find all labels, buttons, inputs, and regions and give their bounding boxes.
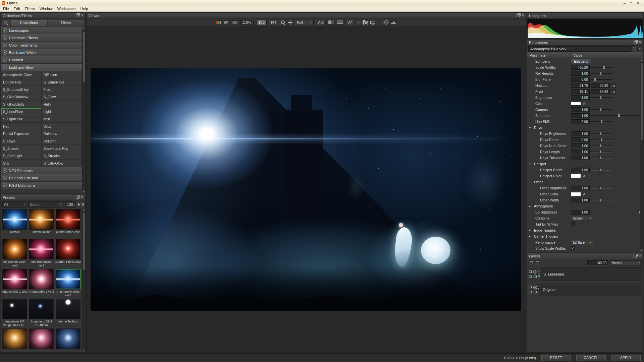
filter-item-light[interactable]: Light bbox=[42, 108, 82, 115]
snapshot-camera-icon[interactable] bbox=[363, 21, 368, 24]
preview-image[interactable] bbox=[91, 68, 521, 311]
chevron-down-icon[interactable]: ▾ bbox=[529, 126, 532, 129]
parameters-scrollbar[interactable]: ▴ ▾ bbox=[640, 58, 643, 252]
category-rgb-distortions[interactable]: ▸RGB Distortions bbox=[1, 182, 82, 189]
presets-scrollbar[interactable]: ▴ ▾ bbox=[82, 208, 85, 352]
eyedropper-icon[interactable]: ✎ bbox=[582, 192, 586, 195]
param-value-field[interactable]: 403.20 bbox=[571, 65, 590, 70]
param-y-field[interactable]: 52.62 bbox=[591, 89, 610, 94]
param-slider[interactable] bbox=[591, 95, 612, 100]
float-panel-icon[interactable] bbox=[634, 41, 637, 44]
filter-item-s-embossshiny[interactable]: S_EmbossShiny bbox=[1, 86, 42, 93]
preset-filter-dropdown[interactable]: All▾ bbox=[2, 201, 27, 207]
close-panel-icon[interactable]: ✕ bbox=[522, 14, 524, 17]
zoom-100-button[interactable]: 100 bbox=[256, 20, 266, 25]
param-slider[interactable] bbox=[591, 119, 612, 124]
param-slider[interactable] bbox=[591, 186, 612, 190]
filter-item-smoke-and-fog[interactable]: Smoke and Fog bbox=[42, 145, 82, 152]
menu-filters[interactable]: Filters bbox=[23, 6, 37, 11]
filter-item-relight[interactable]: ReLight bbox=[42, 137, 82, 145]
filter-search-button[interactable] bbox=[2, 20, 10, 26]
filter-item-s-lightleak[interactable]: S_LightLeak bbox=[1, 115, 42, 123]
layer-visibility-button[interactable] bbox=[533, 269, 537, 274]
chevron-right-icon[interactable]: ▸ bbox=[529, 205, 532, 208]
presets-menu-icon[interactable]: ≡ bbox=[82, 202, 84, 207]
param-checkbox[interactable]: ✓ bbox=[571, 246, 575, 250]
filter-item-double-fog[interactable]: Double Fog bbox=[1, 78, 42, 86]
chevron-right-icon[interactable]: ▸ bbox=[529, 229, 532, 232]
preset-item-35mm-prime-ver2[interactable]: 35mm Prime ver2 bbox=[55, 209, 81, 239]
position-picker-button[interactable] bbox=[611, 83, 616, 88]
close-button[interactable]: ✕ bbox=[637, 1, 640, 5]
param-dropdown[interactable]: full flare▾ bbox=[571, 240, 593, 245]
param-value-field[interactable]: 1.00 bbox=[571, 107, 590, 112]
favorites-star-icon[interactable]: ★ bbox=[77, 202, 80, 207]
param-slider[interactable] bbox=[591, 149, 612, 154]
scroll-down-icon[interactable]: ▾ bbox=[640, 249, 643, 252]
filter-item-atmospheric-glow[interactable]: Atmospheric Glow bbox=[1, 71, 42, 78]
preset-stepper-icon[interactable] bbox=[637, 47, 642, 51]
slider-handle[interactable] bbox=[599, 108, 602, 111]
param-checkbox[interactable] bbox=[571, 222, 575, 226]
rotate-view-icon[interactable]: ↻ bbox=[357, 20, 360, 25]
param-slider[interactable] bbox=[591, 65, 612, 70]
param-value-field[interactable]: 1.00 bbox=[571, 149, 590, 154]
apply-button[interactable]: APPLY bbox=[611, 355, 641, 361]
close-panel-icon[interactable]: ✕ bbox=[639, 41, 641, 44]
slider-handle[interactable] bbox=[599, 156, 602, 160]
scroll-down-icon[interactable]: ▾ bbox=[83, 349, 85, 352]
compare-ab-button[interactable]: A B bbox=[316, 20, 326, 25]
split-vertical-button[interactable] bbox=[337, 20, 343, 24]
param-section-other[interactable]: ▾Other bbox=[527, 179, 640, 185]
slider-handle[interactable] bbox=[599, 72, 602, 75]
filter-item-rainbow[interactable]: Rainbow bbox=[42, 130, 82, 137]
eyedropper-icon[interactable]: ✎ bbox=[582, 174, 586, 177]
slider-handle[interactable] bbox=[599, 144, 602, 147]
float-panel-icon[interactable] bbox=[634, 255, 637, 257]
blend-mode-dropdown[interactable]: Normal▾ bbox=[609, 260, 642, 265]
scroll-down-icon[interactable]: ▾ bbox=[83, 190, 85, 193]
category-light-and-glow[interactable]: ▾Light and Glow bbox=[1, 64, 82, 71]
filter-item-s-spotlight[interactable]: S_SpotLight bbox=[1, 152, 42, 160]
scroll-up-icon[interactable]: ▴ bbox=[83, 27, 85, 30]
chevron-down-icon[interactable]: ▾ bbox=[538, 272, 540, 275]
param-slider[interactable] bbox=[591, 107, 612, 112]
category-vfx-elements[interactable]: ▸VFX Elements bbox=[1, 167, 82, 174]
menu-file[interactable]: File bbox=[1, 6, 11, 11]
position-picker-button[interactable] bbox=[611, 89, 616, 94]
preset-item-default[interactable]: Default bbox=[2, 209, 28, 239]
split-preview-icon[interactable] bbox=[224, 20, 230, 24]
layer-visibility-button[interactable] bbox=[533, 285, 537, 289]
preset-page-icon[interactable] bbox=[632, 47, 636, 51]
category-contrast[interactable]: ▸Contrast bbox=[1, 56, 82, 64]
filter-item-radial-exposure[interactable]: Radial Exposure bbox=[1, 130, 42, 137]
preset-search-input[interactable]: Search✕ bbox=[28, 201, 64, 207]
param-y-field[interactable]: 26.20 bbox=[591, 83, 610, 88]
spinner-arrows-icon[interactable]: ▴▾ bbox=[74, 203, 75, 206]
pixel-probe-icon[interactable] bbox=[384, 20, 388, 24]
float-panel-icon[interactable] bbox=[517, 14, 520, 17]
preset-item-partial[interactable] bbox=[2, 328, 28, 352]
param-section-rays[interactable]: ▾Rays bbox=[527, 125, 640, 131]
zoom-level-field[interactable]: 116%▴▾ bbox=[240, 20, 254, 25]
preset-item-anamorphic-1-ver2[interactable]: Anamorphic 1 ver2 bbox=[2, 269, 28, 298]
category-cinematic-effects[interactable]: ▸Cinematic Effects bbox=[1, 34, 82, 42]
filter-item-s-ultraglow[interactable]: S_UltraGlow bbox=[42, 160, 82, 167]
param-value-field[interactable]: 0.00 bbox=[571, 77, 590, 82]
filter-item-s-lensflare[interactable]: S_LensFlare bbox=[1, 108, 42, 115]
param-slider[interactable] bbox=[591, 131, 612, 136]
param-slider[interactable] bbox=[591, 210, 642, 215]
spinner-arrows-icon[interactable]: ▴▾ bbox=[252, 21, 253, 24]
preset-item-anime-technix[interactable]: Anime Technix bbox=[55, 299, 81, 328]
layer-mask-icon[interactable] bbox=[528, 290, 532, 294]
float-panel-icon[interactable] bbox=[76, 14, 79, 17]
param-slider[interactable] bbox=[591, 71, 612, 76]
preset-item-30mm-tokina[interactable]: 30mm Tokina bbox=[28, 209, 54, 239]
filter-item-net[interactable]: Net bbox=[1, 123, 42, 130]
category-landscapes[interactable]: ▸Landscapes bbox=[1, 27, 82, 34]
menu-window[interactable]: Window bbox=[38, 6, 55, 11]
slider-handle[interactable] bbox=[599, 150, 602, 154]
param-value-field[interactable]: 1.00 bbox=[571, 156, 590, 160]
preset-item-80s-retribution-ver2[interactable]: 80s Retribution ver2 bbox=[28, 239, 54, 268]
layer-row-original[interactable]: ▾Original bbox=[528, 282, 642, 297]
